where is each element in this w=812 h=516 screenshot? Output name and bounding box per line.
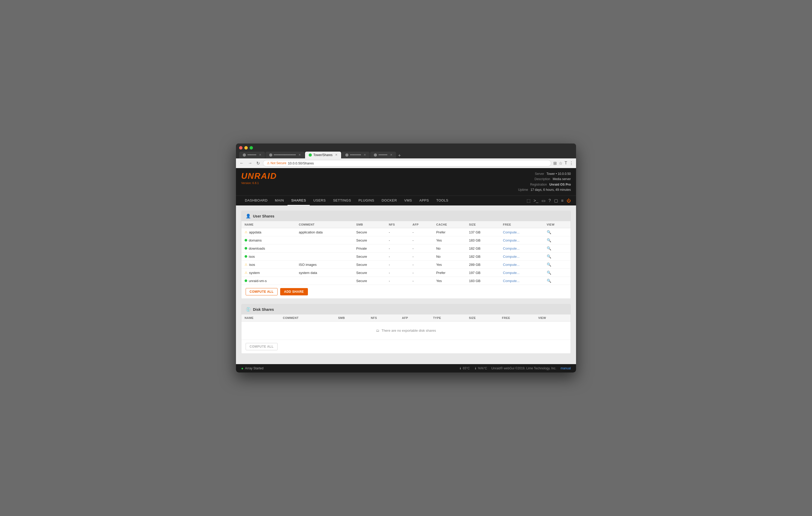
share-name[interactable]: downloads — [249, 246, 265, 250]
profile-icon[interactable]: T — [564, 161, 567, 165]
share-smb: Private — [353, 244, 385, 252]
nav-main[interactable]: MAIN — [271, 196, 288, 206]
tab-close-3[interactable]: ✕ — [335, 153, 338, 157]
tab-close-4[interactable]: ✕ — [364, 153, 366, 157]
new-tab-button[interactable]: + — [397, 153, 403, 158]
view-icon[interactable]: 🔍 — [547, 271, 551, 275]
forward-button[interactable]: → — [247, 160, 253, 166]
address-bar[interactable]: ⚠ Not Secure 10.0.0.50/Shares — [263, 160, 551, 166]
add-share-button[interactable]: ADD SHARE — [280, 288, 308, 295]
minimize-button[interactable] — [244, 146, 248, 150]
maximize-button[interactable] — [250, 146, 253, 150]
share-free: Compute... — [500, 269, 544, 277]
disk-shares-header-row: NAME COMMENT SMB NFS AFP TYPE SIZE FREE … — [241, 314, 571, 322]
tab-close-5[interactable]: ✕ — [390, 153, 393, 157]
nav-dashboard[interactable]: DASHBOARD — [241, 196, 271, 206]
description-value: Media server — [553, 177, 571, 181]
compute-link[interactable]: Compute... — [503, 279, 520, 283]
nav-settings[interactable]: SETTINGS — [329, 196, 355, 206]
nav-shares[interactable]: SHARES — [288, 196, 310, 206]
nav-action-4[interactable]: ▢ — [554, 198, 558, 203]
footer-left: ● Array Started — [241, 366, 263, 370]
nav-action-5[interactable]: ≡ — [561, 199, 563, 203]
nav-users[interactable]: USERS — [310, 196, 329, 206]
share-comment: ISO images — [296, 261, 353, 269]
nav-action-2[interactable]: >_ — [534, 199, 539, 203]
copyright-text: Unraid® webGui ©2019, Lime Technology, I… — [491, 366, 556, 370]
share-free: Compute... — [500, 252, 544, 261]
compute-link[interactable]: Compute... — [503, 271, 520, 275]
share-afp: - — [409, 228, 433, 236]
share-free: Compute... — [500, 244, 544, 252]
tab-2[interactable]: •••••••••••••••••••• ✕ — [265, 152, 304, 158]
user-shares-tbody: ⚠ appdata application data Secure - - Pr… — [241, 228, 571, 285]
close-button[interactable] — [239, 146, 242, 150]
view-icon[interactable]: 🔍 — [547, 279, 551, 283]
share-free: Compute... — [500, 261, 544, 269]
compute-link[interactable]: Compute... — [503, 230, 520, 234]
compute-link[interactable]: Compute... — [503, 263, 520, 267]
url-text: 10.0.0.50/Shares — [288, 161, 314, 165]
browser-window: •••••••• ✕ •••••••••••••••••••• ✕ Tower/… — [236, 144, 576, 373]
share-afp: - — [409, 244, 433, 252]
view-icon[interactable]: 🔍 — [547, 246, 551, 250]
compute-all-button[interactable]: COMPUTE ALL — [245, 288, 278, 295]
nav-action-3[interactable]: ▭ — [542, 198, 545, 203]
view-icon[interactable]: 🔍 — [547, 238, 551, 242]
nav-vms[interactable]: VMS — [401, 196, 416, 206]
tab-label-3: Tower/Shares — [313, 153, 332, 157]
empty-state: 🗂 There are no exportable disk shares — [244, 323, 568, 338]
uptime-label: Uptime — [518, 188, 528, 192]
view-icon[interactable]: 🔍 — [547, 263, 551, 267]
share-name[interactable]: domains — [249, 238, 262, 242]
nav-action-power[interactable]: ⏻ — [567, 199, 571, 203]
nav-docker[interactable]: DOCKER — [378, 196, 401, 206]
share-name[interactable]: isos — [249, 263, 255, 267]
tab-5[interactable]: •••••••• ✕ — [370, 152, 396, 158]
share-cache: No — [433, 252, 466, 261]
tab-3[interactable]: Tower/Shares ✕ — [305, 152, 341, 158]
extensions-icon[interactable]: ⊞ — [553, 161, 557, 166]
reload-button[interactable]: ↻ — [255, 160, 261, 166]
tab-close-2[interactable]: ✕ — [298, 153, 301, 157]
user-shares-icon: 👤 — [245, 214, 251, 218]
compute-link[interactable]: Compute... — [503, 246, 520, 250]
share-comment: system data — [296, 269, 353, 277]
nav-action-1[interactable]: ⬚ — [527, 198, 530, 203]
share-comment — [296, 244, 353, 252]
disk-compute-all-button[interactable]: COMPUTE ALL — [245, 343, 278, 350]
array-status-dot: ● — [241, 366, 243, 370]
share-name[interactable]: system — [249, 271, 260, 275]
page-footer: ● Array Started 🌡 65°C 🌡 %%°C Unraid® we… — [236, 364, 576, 372]
bookmark-icon[interactable]: ☆ — [559, 161, 562, 166]
share-name[interactable]: isos — [249, 254, 255, 259]
share-name[interactable]: appdata — [249, 230, 261, 234]
security-warning-icon: ⚠ Not Secure — [267, 161, 286, 165]
view-icon[interactable]: 🔍 — [547, 254, 551, 259]
user-shares-header-row: NAME COMMENT SMB NFS AFP CACHE SIZE FREE… — [241, 221, 571, 228]
compute-link[interactable]: Compute... — [503, 254, 520, 259]
menu-icon[interactable]: ⋮ — [569, 161, 573, 166]
view-icon[interactable]: 🔍 — [547, 230, 551, 234]
disk-shares-header: 💿 Disk Shares — [241, 304, 571, 314]
temp2: 🌡 %%°C — [474, 366, 487, 370]
manual-link[interactable]: manual — [560, 366, 571, 370]
compute-link[interactable]: Compute... — [503, 238, 520, 242]
disk-shares-icon: 💿 — [245, 307, 251, 312]
share-name[interactable]: unraid-vm-s — [249, 279, 267, 283]
back-button[interactable]: ← — [239, 160, 245, 166]
warning-icon: ⚠ — [244, 230, 248, 234]
share-smb: Secure — [353, 277, 385, 285]
table-row: ⚠ system system data Secure - - Prefer 1… — [241, 269, 571, 277]
registration-value: Unraid OS Pro — [549, 183, 571, 186]
nav-plugins[interactable]: PLUGINS — [355, 196, 378, 206]
tab-close-1[interactable]: ✕ — [259, 153, 261, 157]
nav-tools[interactable]: TOOLS — [433, 196, 452, 206]
tab-1[interactable]: •••••••• ✕ — [239, 152, 265, 158]
disk-shares-tbody: 🗂 There are no exportable disk shares — [241, 322, 571, 340]
tab-4[interactable]: •••••••••• ✕ — [342, 152, 370, 158]
disk-col-afp: AFP — [399, 314, 430, 322]
server-label: Server — [535, 172, 544, 176]
nav-apps[interactable]: APPS — [416, 196, 433, 206]
nav-action-help[interactable]: ? — [549, 199, 551, 203]
